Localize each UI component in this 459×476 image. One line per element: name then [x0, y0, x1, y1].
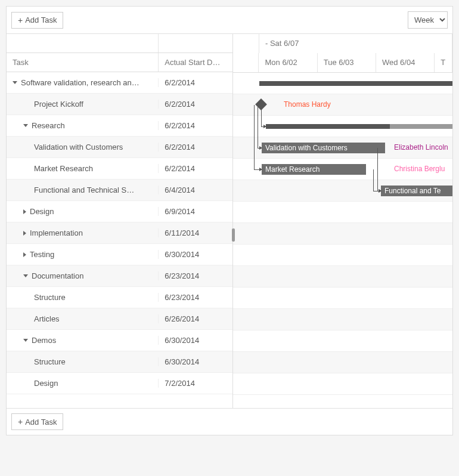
assignee-label: Christina Berglu: [394, 165, 445, 173]
task-name: Design: [34, 379, 58, 388]
task-row[interactable]: Structure6/30/2014: [7, 351, 232, 373]
task-name: Functional and Technical S…: [34, 186, 134, 194]
timeline-row: [233, 73, 452, 94]
add-task-label: Add Task: [25, 16, 57, 24]
grid-body: Software validation, research an…6/2/201…: [7, 72, 232, 408]
task-row[interactable]: Testing6/30/2014: [7, 244, 232, 265]
task-date: 6/30/2014: [159, 336, 232, 345]
task-date: 6/30/2014: [159, 357, 232, 366]
task-cell: Project Kickoff: [7, 100, 159, 109]
dependency-line: [377, 148, 378, 191]
timeline-row: Thomas Hardy: [233, 94, 452, 116]
chevron-right-icon[interactable]: [23, 209, 26, 214]
task-date: 7/2/2014: [159, 379, 232, 388]
task-row[interactable]: Software validation, research an…6/2/201…: [7, 72, 232, 94]
day-header-cell: Tue 6/03: [318, 53, 376, 72]
task-row[interactable]: Project Kickoff6/2/2014: [7, 94, 232, 115]
task-date: 6/4/2014: [159, 186, 232, 194]
task-row[interactable]: Articles6/26/2014: [7, 308, 232, 330]
task-name: Structure: [34, 357, 66, 366]
task-cell: Design: [7, 207, 159, 216]
task-cell: Testing: [7, 250, 159, 259]
arrow-right-icon: [259, 146, 262, 150]
chevron-right-icon[interactable]: [23, 252, 26, 257]
task-column-header[interactable]: Task: [7, 53, 159, 72]
arrow-right-icon: [263, 125, 266, 128]
task-row[interactable]: Documentation6/23/2014: [7, 265, 232, 287]
task-date: 6/23/2014: [159, 271, 232, 280]
task-name: Project Kickoff: [34, 100, 83, 109]
timeline-row: [233, 373, 452, 395]
task-bar[interactable]: Market Research: [262, 164, 366, 175]
task-row[interactable]: Design6/9/2014: [7, 201, 232, 222]
timeline-row: [233, 309, 452, 330]
task-cell: Design: [7, 379, 159, 388]
task-cell: Validation with Customers: [7, 143, 159, 152]
task-bar[interactable]: Validation with Customers: [262, 143, 385, 153]
chevron-right-icon[interactable]: [23, 231, 26, 236]
task-row[interactable]: Research6/2/2014: [7, 115, 232, 137]
plus-icon: +: [18, 16, 23, 25]
dependency-line: [261, 105, 262, 126]
view-selector[interactable]: Week: [408, 11, 448, 29]
chevron-down-icon[interactable]: [23, 124, 28, 127]
add-task-button-top[interactable]: + Add Task: [11, 12, 63, 29]
timeline-body[interactable]: Thomas HardyValidation with CustomersEli…: [233, 73, 452, 395]
col-date-header-spacer: [159, 34, 232, 52]
col-task-header-spacer: [7, 34, 159, 52]
task-row[interactable]: Functional and Technical S…6/4/2014: [7, 180, 232, 201]
chevron-down-icon[interactable]: [13, 81, 17, 84]
task-cell: Market Research: [7, 164, 159, 173]
task-date: 6/2/2014: [159, 100, 232, 109]
task-name: Testing: [30, 250, 54, 259]
timeline-row: [233, 288, 452, 309]
task-cell: Structure: [7, 293, 159, 302]
task-row[interactable]: Market Research6/2/2014: [7, 158, 232, 180]
chevron-down-icon[interactable]: [23, 274, 28, 277]
task-cell: Articles: [7, 314, 159, 323]
task-cell: Research: [7, 121, 159, 130]
task-date: 6/2/2014: [159, 143, 232, 152]
splitter-handle[interactable]: [232, 228, 235, 242]
date-column-header[interactable]: Actual Start D…: [159, 53, 232, 72]
task-bar[interactable]: Functional and Te: [381, 186, 452, 196]
dependency-line: [258, 105, 258, 148]
summary-bar[interactable]: [259, 81, 452, 86]
task-cell: Implementation: [7, 228, 159, 237]
task-name: Design: [30, 207, 54, 216]
plus-icon: +: [18, 417, 23, 426]
chevron-down-icon[interactable]: [23, 339, 28, 342]
task-grid: Task Actual Start D… Software validation…: [7, 34, 233, 408]
task-row[interactable]: Validation with Customers6/2/2014: [7, 137, 232, 158]
timeline-row: [233, 223, 452, 245]
task-cell: Structure: [7, 357, 159, 366]
timeline-row: [233, 266, 452, 288]
arrow-right-icon: [379, 189, 382, 193]
timeline-row: Market ResearchChristina Berglu: [233, 159, 452, 180]
timeline-row: [233, 245, 452, 266]
timeline-header-days: Mon 6/02Tue 6/03Wed 6/04T: [233, 53, 452, 72]
content-area: Task Actual Start D… Software validation…: [7, 34, 452, 408]
day-header-cell: Wed 6/04: [376, 53, 435, 72]
grid-header-top: [7, 34, 232, 53]
task-date: 6/23/2014: [159, 293, 232, 302]
task-date: 6/2/2014: [159, 164, 232, 173]
add-task-button-bottom[interactable]: + Add Task: [11, 413, 63, 430]
task-cell: Functional and Technical S…: [7, 186, 159, 194]
dependency-line: [373, 169, 374, 191]
task-date: 6/11/2014: [159, 228, 232, 237]
task-name: Market Research: [34, 164, 93, 173]
task-row[interactable]: Implementation6/11/2014: [7, 222, 232, 244]
toolbar-top: + Add Task Week: [7, 7, 452, 34]
dependency-line: [254, 105, 255, 169]
timeline-row: [233, 330, 452, 352]
task-row[interactable]: Structure6/23/2014: [7, 287, 232, 308]
task-name: Structure: [34, 293, 66, 302]
assignee-label: Elizabeth Lincoln: [394, 143, 448, 152]
task-row[interactable]: Demos6/30/2014: [7, 330, 232, 351]
task-date: 6/2/2014: [159, 121, 232, 130]
timeline-row: Validation with CustomersElizabeth Linco…: [233, 137, 452, 159]
week-cell: - Sat 6/07: [259, 34, 452, 53]
task-row[interactable]: Design7/2/2014: [7, 373, 232, 394]
task-name: Research: [32, 121, 65, 130]
